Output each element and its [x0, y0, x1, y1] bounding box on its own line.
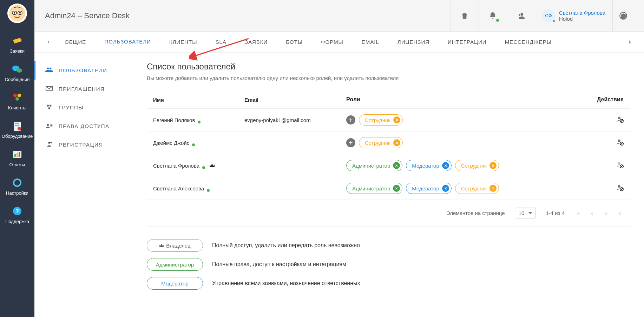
- legend-chip: Модератор: [147, 277, 203, 290]
- add-role-button[interactable]: +: [346, 115, 355, 124]
- left-nav-rail: ЗаявкиСообщенияКлиентыОборудованиеОтчеты…: [0, 0, 34, 317]
- rail-item-0[interactable]: Заявки: [2, 30, 33, 59]
- svg-point-26: [47, 105, 49, 107]
- svg-point-3: [14, 12, 15, 14]
- top-bar: Admin24 – Service Desk СФ: [34, 0, 644, 32]
- user-company: Holod: [559, 16, 605, 22]
- tab-клиенты[interactable]: КЛИЕНТЫ: [160, 32, 206, 53]
- rail-item-1[interactable]: Сообщения: [2, 59, 33, 87]
- svg-point-17: [18, 127, 21, 130]
- tab-email[interactable]: EMAIL: [353, 32, 388, 53]
- user-name: Светлана Фролова: [559, 10, 605, 16]
- tab-лицензия[interactable]: ЛИЦЕНЗИЯ: [388, 32, 439, 53]
- pagination-range: 1-4 из 4: [546, 210, 565, 216]
- sub-item-2[interactable]: ГРУППЫ: [34, 98, 133, 117]
- chip-remove-icon[interactable]: ✕: [489, 162, 497, 169]
- table-row: Светлана ФроловаАдминистратор✕Модератор✕…: [147, 154, 630, 177]
- settings-sub-sidebar: ПОЛЬЗОВАТЕЛИПРИГЛАШЕНИЯГРУППЫПРАВА ДОСТУ…: [34, 53, 133, 317]
- svg-point-34: [618, 140, 620, 142]
- rail-item-5[interactable]: Настройки: [2, 172, 33, 201]
- svg-point-28: [48, 107, 50, 109]
- tab-интеграции[interactable]: ИНТЕГРАЦИИ: [439, 32, 496, 53]
- tabs-bar: ОБЩИЕПОЛЬЗОВАТЕЛИКЛИЕНТЫSLAЗАЯВКИБОТЫФОР…: [34, 32, 644, 53]
- rail-label: Поддержка: [5, 219, 29, 224]
- logout-button[interactable]: [612, 0, 633, 32]
- app-title: Admin24 – Service Desk: [45, 11, 451, 20]
- chip-remove-icon[interactable]: ✕: [442, 162, 449, 169]
- svg-point-7: [20, 38, 21, 39]
- rail-item-3[interactable]: Оборудование: [2, 115, 33, 144]
- chip-remove-icon[interactable]: ✕: [393, 162, 400, 169]
- page-next-button[interactable]: ›: [603, 210, 610, 216]
- tab-заявки[interactable]: ЗАЯВКИ: [236, 32, 277, 53]
- legend-desc: Управление всеми заявками, назначение от…: [212, 280, 360, 286]
- items-per-page-label: Элементов на странице: [446, 210, 505, 216]
- svg-line-42: [620, 188, 623, 190]
- notifications-button[interactable]: [479, 0, 507, 32]
- remove-user-button[interactable]: [616, 141, 624, 147]
- rail-item-4[interactable]: Отчеты: [2, 144, 33, 172]
- legend-desc: Полные права, доступ к настройкам и инте…: [212, 261, 346, 268]
- remove-user-button[interactable]: [616, 118, 624, 124]
- legend-chip: Администратор: [147, 258, 203, 271]
- page-prev-button[interactable]: ‹: [589, 210, 596, 216]
- svg-rect-21: [19, 152, 20, 157]
- chip-remove-icon[interactable]: ✕: [442, 185, 449, 192]
- rail-item-6[interactable]: ?Поддержка: [2, 201, 33, 229]
- role-chip: Модератор✕: [406, 183, 452, 194]
- table-header: Имя Email Роли Действия: [147, 91, 630, 109]
- svg-point-29: [47, 124, 49, 126]
- svg-line-33: [620, 120, 623, 122]
- add-user-button[interactable]: [507, 0, 535, 32]
- online-dot-icon: [192, 143, 195, 146]
- role-label: Модератор: [412, 163, 439, 169]
- chip-remove-icon[interactable]: ✕: [393, 116, 400, 123]
- profile-avatar[interactable]: [7, 4, 27, 23]
- rail-icon: [12, 63, 23, 75]
- sub-item-4[interactable]: РЕГИСТРАЦИЯ: [34, 135, 133, 154]
- user-name-cell: Евгений Поляков: [153, 117, 195, 123]
- page-size-select[interactable]: 10: [515, 208, 536, 218]
- tabs-next-button[interactable]: [623, 32, 637, 53]
- sub-item-icon: [45, 85, 53, 93]
- page-last-button[interactable]: ›|: [617, 210, 624, 216]
- rail-item-2[interactable]: Клиенты: [2, 87, 33, 115]
- tab-пользователи[interactable]: ПОЛЬЗОВАТЕЛИ: [95, 32, 160, 53]
- col-header-actions: Действия: [596, 96, 624, 103]
- tab-общие[interactable]: ОБЩИЕ: [55, 32, 95, 53]
- sub-item-icon: [45, 103, 53, 112]
- legend-row: МодераторУправление всеми заявками, назн…: [147, 277, 630, 290]
- tab-sla[interactable]: SLA: [206, 32, 236, 53]
- sub-item-3[interactable]: ПРАВА ДОСТУПА: [34, 117, 133, 135]
- rail-icon: [12, 35, 23, 46]
- online-dot-icon: [202, 166, 205, 169]
- legend-row: ВладелецПолный доступ, удалить или перед…: [147, 239, 630, 252]
- legend-chip: Владелец: [147, 239, 203, 252]
- rail-icon: [12, 177, 23, 188]
- svg-rect-19: [14, 154, 16, 157]
- tabs-prev-button[interactable]: [41, 32, 55, 53]
- user-name-cell: Светлана Фролова: [153, 163, 199, 169]
- current-user[interactable]: СФ Светлана Фролова Holod: [535, 0, 612, 32]
- chip-remove-icon[interactable]: ✕: [393, 185, 400, 192]
- role-label: Сотрудник: [365, 140, 390, 146]
- remove-user-button[interactable]: [616, 187, 624, 193]
- tab-боты[interactable]: БОТЫ: [277, 32, 312, 53]
- page-first-button[interactable]: |‹: [574, 210, 581, 216]
- role-label: Сотрудник: [461, 163, 487, 169]
- svg-point-10: [17, 68, 22, 73]
- user-name-cell: Светлана Алексеева: [153, 186, 204, 191]
- legend-desc: Полный доступ, удалить или передать роль…: [212, 242, 360, 249]
- rail-label: Оборудование: [2, 134, 33, 139]
- sub-item-0[interactable]: ПОЛЬЗОВАТЕЛИ: [34, 61, 133, 80]
- add-role-button[interactable]: +: [346, 138, 355, 147]
- chip-remove-icon[interactable]: ✕: [489, 185, 497, 192]
- crown-icon: [209, 163, 215, 169]
- tab-формы[interactable]: ФОРМЫ: [312, 32, 353, 53]
- sub-item-1[interactable]: ПРИГЛАШЕНИЯ: [34, 80, 133, 98]
- trash-button[interactable]: [451, 0, 479, 32]
- role-label: Администратор: [352, 163, 390, 169]
- tab-мессенджеры[interactable]: МЕССЕНДЖЕРЫ: [496, 32, 561, 53]
- chip-remove-icon[interactable]: ✕: [393, 139, 400, 146]
- svg-rect-15: [15, 123, 19, 124]
